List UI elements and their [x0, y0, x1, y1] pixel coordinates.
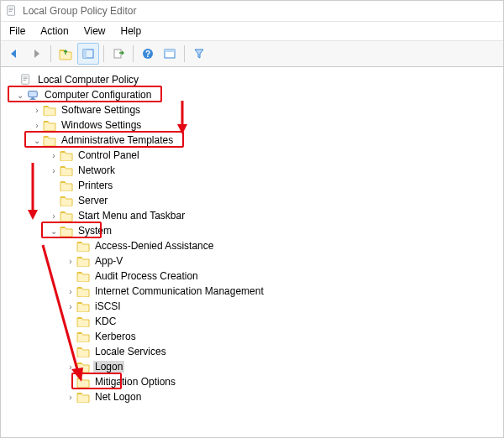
- tree-item-iscsi[interactable]: › iSCSI: [4, 299, 503, 314]
- tree-item-server[interactable]: Server: [4, 193, 503, 208]
- tree-item-locale-services[interactable]: Locale Services: [4, 344, 503, 359]
- gpedit-icon: [6, 5, 18, 17]
- tree-item-internet-comm[interactable]: › Internet Communication Management: [4, 284, 503, 299]
- folder-icon: [60, 180, 73, 191]
- folder-icon: [76, 391, 90, 403]
- tree-item-net-logon[interactable]: › Net Logon: [4, 389, 503, 404]
- tree-label: App-V: [93, 255, 124, 267]
- tree-label: Administrative Templates: [60, 134, 175, 146]
- tree-item-start-menu-taskbar[interactable]: › Start Menu and Taskbar: [4, 208, 503, 223]
- tree-label: Access-Denied Assistance: [93, 240, 215, 252]
- menu-view[interactable]: View: [84, 25, 106, 37]
- folder-icon: [60, 210, 73, 222]
- menubar: File Action View Help: [1, 22, 503, 41]
- window: Local Group Policy Editor File Action Vi…: [0, 0, 504, 438]
- folder-icon: [76, 346, 90, 357]
- tree-item-windows-settings[interactable]: › Windows Settings: [4, 117, 503, 133]
- tree-label: Internet Communication Management: [93, 285, 265, 297]
- arrow-left-icon: [8, 47, 21, 60]
- folder-icon: [76, 285, 90, 297]
- toolbar-up[interactable]: [55, 44, 76, 64]
- tree-item-kerberos[interactable]: Kerberos: [4, 329, 503, 344]
- toolbar-back[interactable]: [4, 44, 24, 64]
- arrow-right-icon: [29, 47, 43, 60]
- tree-label: Windows Settings: [60, 119, 143, 131]
- toolbar-filter[interactable]: [189, 44, 209, 64]
- tree-label: Kerberos: [93, 331, 138, 342]
- folder-icon: [60, 195, 73, 206]
- toolbar-separator: [50, 45, 51, 62]
- tree-label: KDC: [93, 315, 118, 327]
- toolbar-showtree[interactable]: [77, 43, 99, 65]
- menu-action[interactable]: Action: [40, 25, 68, 37]
- tree-label: Logon: [93, 361, 124, 373]
- tree-label: Server: [76, 195, 109, 206]
- folder-icon: [76, 300, 90, 312]
- chevron-down-icon[interactable]: ⌄: [14, 91, 26, 100]
- properties-icon: [163, 47, 176, 60]
- folder-icon: [76, 331, 90, 342]
- svg-rect-8: [83, 50, 87, 58]
- chevron-right-icon[interactable]: ›: [48, 211, 60, 221]
- folder-icon: [76, 255, 90, 267]
- funnel-icon: [192, 47, 206, 60]
- tree-root[interactable]: Local Computer Policy: [4, 72, 503, 87]
- toolbar-separator: [184, 45, 185, 62]
- export-icon: [112, 47, 125, 60]
- tree-item-logon[interactable]: › Logon: [4, 359, 503, 374]
- chevron-right-icon[interactable]: ›: [65, 362, 76, 372]
- tree-item-network[interactable]: › Network: [4, 163, 503, 178]
- tree-label: Printers: [76, 180, 114, 191]
- tree-item-audit-process[interactable]: Audit Process Creation: [4, 269, 503, 284]
- folder-icon: [76, 376, 90, 388]
- toolbar-properties[interactable]: [160, 44, 180, 64]
- menu-file[interactable]: File: [9, 25, 25, 37]
- folder-icon: [76, 240, 90, 252]
- help-icon: ?: [141, 47, 155, 60]
- chevron-down-icon[interactable]: ⌄: [48, 227, 60, 236]
- tree-label: Local Computer Policy: [36, 74, 140, 86]
- tree-label: Audit Process Creation: [93, 270, 200, 282]
- chevron-right-icon[interactable]: ›: [31, 106, 43, 115]
- tree-item-appv[interactable]: › App-V: [4, 253, 503, 269]
- tree-item-system[interactable]: ⌄ System: [4, 223, 503, 238]
- toolbar-forward[interactable]: [26, 44, 46, 64]
- chevron-right-icon[interactable]: ›: [31, 121, 43, 130]
- tree-item-kdc[interactable]: KDC: [4, 314, 503, 329]
- gpedit-icon: [19, 74, 33, 86]
- toolbar-help[interactable]: ?: [138, 44, 158, 64]
- folder-icon: [43, 104, 56, 116]
- tree-label: System: [76, 225, 113, 237]
- chevron-right-icon[interactable]: ›: [65, 302, 76, 311]
- chevron-down-icon[interactable]: ⌄: [31, 136, 43, 145]
- tree-item-mitigation-options[interactable]: Mitigation Options: [4, 374, 503, 389]
- toolbar: ?: [1, 41, 503, 67]
- pane-icon: [81, 47, 95, 60]
- tree-item-access-denied[interactable]: Access-Denied Assistance: [4, 238, 503, 253]
- folder-icon: [60, 225, 73, 237]
- chevron-right-icon[interactable]: ›: [48, 166, 60, 175]
- chevron-right-icon[interactable]: ›: [48, 151, 60, 160]
- folder-icon: [60, 164, 73, 176]
- chevron-right-icon[interactable]: ›: [65, 257, 76, 266]
- tree-label: Computer Configuration: [43, 89, 153, 101]
- folder-icon: [76, 315, 90, 327]
- tree-label: Network: [76, 164, 117, 176]
- window-title: Local Group Policy Editor: [23, 5, 136, 17]
- folder-icon: [43, 134, 56, 146]
- tree-label: Start Menu and Taskbar: [76, 210, 186, 222]
- chevron-right-icon[interactable]: ›: [65, 287, 76, 296]
- tree-item-software-settings[interactable]: › Software Settings: [4, 102, 503, 117]
- tree-item-printers[interactable]: Printers: [4, 178, 503, 193]
- toolbar-export[interactable]: [108, 44, 129, 64]
- menu-help[interactable]: Help: [121, 25, 142, 37]
- tree-item-computer-configuration[interactable]: ⌄ Computer Configuration: [4, 87, 503, 102]
- tree-label: Software Settings: [60, 104, 142, 116]
- tree-label: Locale Services: [93, 346, 168, 357]
- folder-icon: [60, 149, 73, 161]
- tree-pane[interactable]: Local Computer Policy ⌄ Computer Configu…: [1, 67, 503, 437]
- tree-item-administrative-templates[interactable]: ⌄ Administrative Templates: [4, 133, 503, 148]
- pc-icon: [26, 89, 39, 101]
- chevron-right-icon[interactable]: ›: [65, 393, 76, 402]
- tree-item-control-panel[interactable]: › Control Panel: [4, 148, 503, 163]
